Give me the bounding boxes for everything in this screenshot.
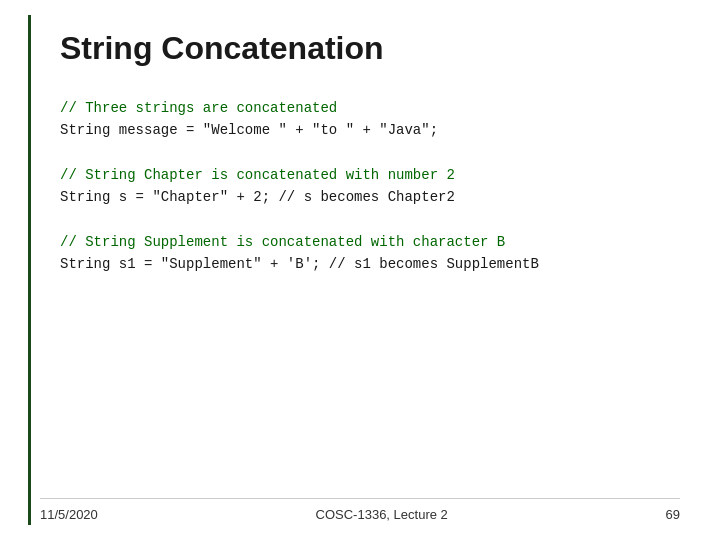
code-section-1: // Three strings are concatenated String… [60,97,680,142]
comment-2: // String Chapter is concatenated with n… [60,164,680,186]
code-section-2: // String Chapter is concatenated with n… [60,164,680,209]
slide: String Concatenation // Three strings ar… [0,0,720,540]
code-line-3: String s1 = "Supplement" + 'B'; // s1 be… [60,253,680,275]
code-line-2: String s = "Chapter" + 2; // s becomes C… [60,186,680,208]
footer-course: COSC-1336, Lecture 2 [98,507,666,522]
left-border-decoration [28,15,31,525]
footer: 11/5/2020 COSC-1336, Lecture 2 69 [40,498,680,522]
code-line-1: String message = "Welcome " + "to " + "J… [60,119,680,141]
slide-title: String Concatenation [40,30,680,67]
footer-date: 11/5/2020 [40,507,98,522]
footer-page: 69 [666,507,680,522]
comment-1: // Three strings are concatenated [60,97,680,119]
comment-3: // String Supplement is concatenated wit… [60,231,680,253]
code-section-3: // String Supplement is concatenated wit… [60,231,680,276]
code-block: // Three strings are concatenated String… [40,97,680,275]
